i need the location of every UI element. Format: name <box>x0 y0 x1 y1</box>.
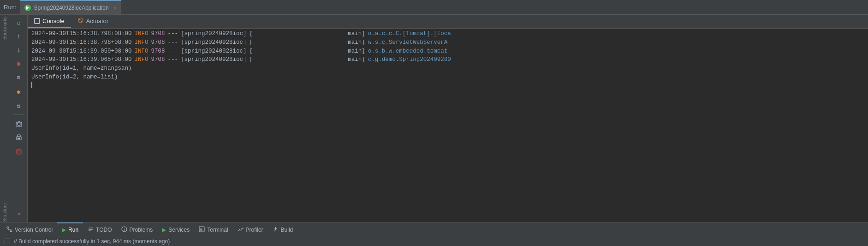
log-sep: --- <box>168 47 178 56</box>
log-timestamp: 2024-09-30T15:16:38.798+08:00 <box>31 30 132 38</box>
tab-actuator[interactable]: Actuator <box>71 15 115 28</box>
print-button[interactable] <box>13 132 25 144</box>
log-thread: [ <box>250 55 253 64</box>
bottom-bar: Version Control ▶ Run TODO i Problems ▶ … <box>0 222 868 236</box>
output-text: UserInfo(id=2, name=lisi) <box>31 73 118 82</box>
main-area: Bookmarks Structure ↺ ↑ ↓ ■ ≡ ✱ ⇅ » Cons… <box>0 15 868 222</box>
bookmarks-label: Bookmarks <box>2 17 7 40</box>
log-line: 2024-09-30T15:16:38.798+08:00 INFO 9708 … <box>28 30 868 38</box>
more-button[interactable]: » <box>13 208 25 220</box>
build-icon <box>273 226 279 234</box>
run-tab-icon <box>24 5 31 11</box>
log-pid: 9708 <box>151 47 165 56</box>
log-thread: [ <box>250 30 253 38</box>
build-label: Build <box>281 227 293 233</box>
log-line: 2024-09-30T15:16:39.059+08:00 INFO 9708 … <box>28 47 868 56</box>
log-level: INFO <box>135 55 149 64</box>
log-pid: 9708 <box>151 30 165 38</box>
actuator-tab-label: Actuator <box>86 18 108 24</box>
bottom-tab-terminal[interactable]: ▣ Terminal <box>194 222 232 236</box>
svg-line-11 <box>80 19 82 21</box>
svg-rect-5 <box>17 150 21 154</box>
bottom-tab-services[interactable]: ▶ Services <box>157 222 194 236</box>
run-label-bottom: Run <box>68 227 78 233</box>
status-checkbox[interactable] <box>5 239 10 244</box>
log-pid: 9708 <box>151 38 165 47</box>
camera-button[interactable] <box>13 118 25 130</box>
bottom-tab-todo[interactable]: TODO <box>83 222 116 236</box>
version-control-label: Version Control <box>15 227 53 233</box>
log-class: o.a.c.c.C.[Tomcat].[loca <box>368 30 451 38</box>
run-icon: ▶ <box>62 227 66 233</box>
svg-rect-4 <box>18 138 20 139</box>
bottom-tab-problems[interactable]: i Problems <box>117 222 158 236</box>
todo-label: TODO <box>96 227 112 233</box>
log-timestamp: 2024-09-30T15:16:38.798+08:00 <box>31 38 132 47</box>
terminal-icon: ▣ <box>199 226 205 234</box>
run-tab[interactable]: Spring20240928iocApplication × <box>20 0 121 14</box>
svg-point-0 <box>18 123 20 126</box>
log-sep: --- <box>168 30 178 38</box>
log-line: 2024-09-30T15:16:39.065+08:00 INFO 9708 … <box>28 55 868 64</box>
bottom-tab-run[interactable]: ▶ Run <box>57 222 83 236</box>
content-tabs: Console Actuator <box>28 15 868 29</box>
cursor-line <box>28 82 868 88</box>
log-thread-end: main] <box>348 38 365 47</box>
scroll-up-button[interactable]: ↑ <box>13 30 25 42</box>
services-label: Services <box>168 227 190 233</box>
output-line: UserInfo(id=2, name=lisi) <box>28 73 868 82</box>
log-class: o.s.b.w.embedded.tomcat <box>368 47 448 56</box>
toolbar: ↺ ↑ ↓ ■ ≡ ✱ ⇅ » <box>10 15 28 222</box>
close-tab-button[interactable]: × <box>113 5 116 11</box>
bottom-tab-profiler[interactable]: Profiler <box>233 222 268 236</box>
bottom-tab-build[interactable]: Build <box>268 222 298 236</box>
console-tab-label: Console <box>42 18 65 24</box>
log-thread: [ <box>250 47 253 56</box>
problems-label: Problems <box>130 227 153 233</box>
log-thread-end: main] <box>348 47 365 56</box>
log-level: INFO <box>135 47 149 56</box>
log-thread: [ <box>250 38 253 47</box>
scroll-down-button[interactable]: ↓ <box>13 44 25 56</box>
log-level: INFO <box>135 30 149 38</box>
svg-text:▣: ▣ <box>200 228 202 232</box>
actuator-icon <box>77 17 84 25</box>
bottom-tab-version-control[interactable]: Version Control <box>2 222 57 236</box>
delete-button[interactable] <box>13 145 25 157</box>
log-pid: 9708 <box>151 55 165 64</box>
version-control-icon <box>6 226 12 234</box>
left-sidebar: Bookmarks Structure <box>0 15 10 222</box>
log-thread-end: main] <box>348 30 365 38</box>
todo-icon <box>88 226 94 234</box>
structure-label: Structure <box>2 203 7 222</box>
console-icon <box>34 18 40 24</box>
log-class: w.s.c.ServletWebServerA <box>368 38 448 47</box>
terminal-label: Terminal <box>207 227 228 233</box>
cursor <box>31 82 32 88</box>
toolbar-separator <box>13 114 24 115</box>
log-area[interactable]: 2024-09-30T15:16:38.798+08:00 INFO 9708 … <box>28 29 868 222</box>
output-text: UserInfo(id=1, name=zhangsan) <box>31 64 132 73</box>
log-sep: --- <box>168 55 178 64</box>
log-class: c.g.demo.Spring202409280 <box>368 55 451 64</box>
svg-text:i: i <box>124 228 125 232</box>
stop-button[interactable]: ■ <box>13 58 25 70</box>
log-line: 2024-09-30T15:16:38.798+08:00 INFO 9708 … <box>28 38 868 47</box>
unknown-button[interactable]: ✱ <box>13 86 25 98</box>
log-sep: --- <box>168 38 178 47</box>
status-bar: // Build completed successfully in 1 sec… <box>0 236 868 246</box>
rerun-button[interactable]: ↺ <box>13 17 25 29</box>
content-panel: Console Actuator 2024-09-30T15:16:38.798… <box>28 15 868 222</box>
log-context: [spring20240928ioc] <box>181 30 247 38</box>
log-level: INFO <box>135 38 149 47</box>
log-context: [spring20240928ioc] <box>181 38 247 47</box>
profiler-label: Profiler <box>246 227 263 233</box>
tab-console[interactable]: Console <box>28 15 71 28</box>
problems-icon: i <box>121 226 127 234</box>
profiler-icon <box>238 226 244 234</box>
restore-layout-button[interactable]: ≡ <box>13 72 25 84</box>
sort-button[interactable]: ⇅ <box>13 100 25 112</box>
log-context: [spring20240928ioc] <box>181 55 247 64</box>
run-tab-label: Spring20240928iocApplication <box>34 5 108 11</box>
run-label: Run: <box>4 4 16 11</box>
